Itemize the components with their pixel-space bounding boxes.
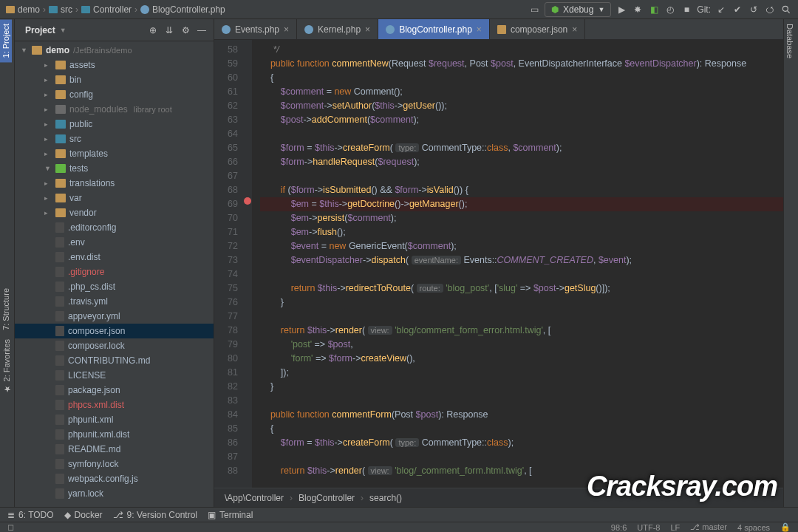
tree-item[interactable]: package.json [15,383,214,398]
expand-icon[interactable]: ▸ [44,76,52,83]
tree-item[interactable]: composer.lock [15,338,214,353]
expand-icon[interactable]: ▸ [44,61,52,69]
tree-item[interactable]: ▸var [15,191,214,205]
file-icon [55,267,64,277]
tree-item[interactable]: phpunit.xml.dist [15,427,214,442]
status-branch[interactable]: ⎇ master [690,522,727,532]
tree-root[interactable]: ▼ demo /JetBrains/demo [15,43,214,58]
debug-button[interactable]: ✸ [632,4,644,16]
expand-icon[interactable]: ▸ [44,135,52,143]
nav-seg-2[interactable]: search() [369,493,402,503]
tree-item[interactable]: .env [15,235,214,250]
git-update-button[interactable]: ↙ [715,4,727,16]
run-button[interactable]: ▶ [615,4,627,16]
status-icon[interactable]: ◻ [7,522,14,532]
tree-item[interactable]: LICENSE [15,368,214,383]
collapse-icon[interactable]: ⇊ [163,24,175,36]
tree-item[interactable]: ▸translations [15,176,214,191]
tree-item[interactable]: webpack.config.js [15,471,214,486]
breadcrumb[interactable]: demo › src › Controller › BlogController… [6,4,225,15]
chevron-down-icon[interactable]: ▼ [60,27,66,34]
expand-icon[interactable]: ▼ [44,165,52,172]
file-icon [55,370,64,381]
close-icon[interactable]: × [477,24,482,35]
breakpoint-icon[interactable] [244,197,251,205]
tree-item[interactable]: ▸config [15,87,214,102]
tree-item[interactable]: ▸src [15,132,214,146]
tree-item[interactable]: .gitignore [15,265,214,279]
folder-icon [81,6,90,13]
tree-item[interactable]: ▸node_modules library root [15,102,214,117]
tool-todo[interactable]: ≣ 6: TODO [7,510,54,520]
file-icon [55,237,64,248]
tree-item[interactable]: ▸assets [15,58,214,72]
fold-gutter[interactable] [242,40,253,488]
tree-item[interactable]: ▸bin [15,72,214,87]
revert-button[interactable]: ⭯ [764,4,776,16]
tree-item[interactable]: ▸templates [15,146,214,161]
project-tree[interactable]: ▼ demo /JetBrains/demo ▸assets▸bin▸confi… [15,41,214,507]
history-button[interactable]: ↺ [748,4,760,16]
editor-breadcrumb[interactable]: \App\Controller› BlogController› search(… [214,488,783,507]
code-area[interactable]: 5859606162636465666768697071727374757677… [214,40,783,488]
status-indent[interactable]: 4 spaces [737,523,770,532]
tree-item[interactable]: composer.json [15,324,214,338]
tool-favorites[interactable]: ★ 2: Favorites [0,335,13,398]
tree-item[interactable]: appveyor.yml [15,309,214,324]
tool-vcs[interactable]: ⎇ 9: Version Control [113,510,197,520]
tree-item[interactable]: CONTRIBUTING.md [15,353,214,368]
tree-item[interactable]: symfony.lock [15,457,214,471]
tree-item[interactable]: ▸vendor [15,205,214,220]
nav-seg-0[interactable]: \App\Controller [225,493,284,503]
tree-item[interactable]: .php_cs.dist [15,279,214,294]
tree-item-label: assets [69,60,95,70]
tool-terminal[interactable]: ▣ Terminal [208,510,253,520]
editor-tab[interactable]: composer.json× [490,19,585,39]
editor-tab[interactable]: Events.php× [214,19,297,39]
editor-tab[interactable]: Kernel.php× [297,19,378,39]
tool-project[interactable]: 1: Project [0,19,12,62]
expand-icon[interactable]: ▸ [44,91,52,98]
tool-structure[interactable]: 7: Structure [0,284,12,335]
locate-icon[interactable]: ⊕ [147,24,159,36]
hide-icon[interactable]: — [196,24,208,36]
search-icon[interactable] [780,4,792,16]
code-content[interactable]: */ public function commentNew(Request $r… [253,40,783,488]
device-icon[interactable]: ▭ [528,4,540,16]
tree-item[interactable]: .env.dist [15,250,214,265]
expand-icon[interactable]: ▸ [44,194,52,202]
tree-item[interactable]: .travis.yml [15,294,214,309]
line-gutter[interactable]: 5859606162636465666768697071727374757677… [214,40,242,488]
run-config-select[interactable]: ⬢ Xdebug ▼ [545,2,611,17]
status-encoding[interactable]: UTF-8 [637,523,660,532]
expand-icon[interactable]: ▸ [44,209,52,216]
tree-item[interactable]: phpunit.xml [15,412,214,427]
chevron-down-icon[interactable]: ▼ [21,47,28,54]
nav-seg-1[interactable]: BlogController [299,493,355,503]
close-icon[interactable]: × [572,24,577,35]
tree-item[interactable]: ▸public [15,117,214,132]
tree-item[interactable]: README.md [15,442,214,457]
tool-docker[interactable]: ◆ Docker [64,510,103,520]
expand-icon[interactable]: ▸ [44,180,52,187]
stop-button[interactable]: ■ [681,4,692,16]
project-title[interactable]: Project [25,25,55,35]
expand-icon[interactable]: ▸ [44,120,52,128]
git-commit-button[interactable]: ✔ [732,4,743,16]
editor-tab[interactable]: BlogController.php× [378,19,490,39]
expand-icon[interactable]: ▸ [44,150,52,157]
coverage-button[interactable]: ◧ [648,4,660,16]
status-caret[interactable]: 98:6 [611,523,627,532]
expand-icon[interactable]: ▸ [44,106,52,113]
tree-item[interactable]: yarn.lock [15,486,214,501]
profile-button[interactable]: ◴ [664,4,676,16]
tree-item[interactable]: .editorconfig [15,220,214,235]
gear-icon[interactable]: ⚙ [180,24,191,36]
tool-database[interactable]: Database [784,19,796,63]
close-icon[interactable]: × [365,24,370,35]
tree-item[interactable]: ▼tests [15,161,214,176]
tree-item[interactable]: phpcs.xml.dist [15,398,214,412]
close-icon[interactable]: × [284,24,289,35]
lock-icon[interactable]: 🔒 [780,522,791,532]
status-line-ending[interactable]: LF [670,523,680,532]
